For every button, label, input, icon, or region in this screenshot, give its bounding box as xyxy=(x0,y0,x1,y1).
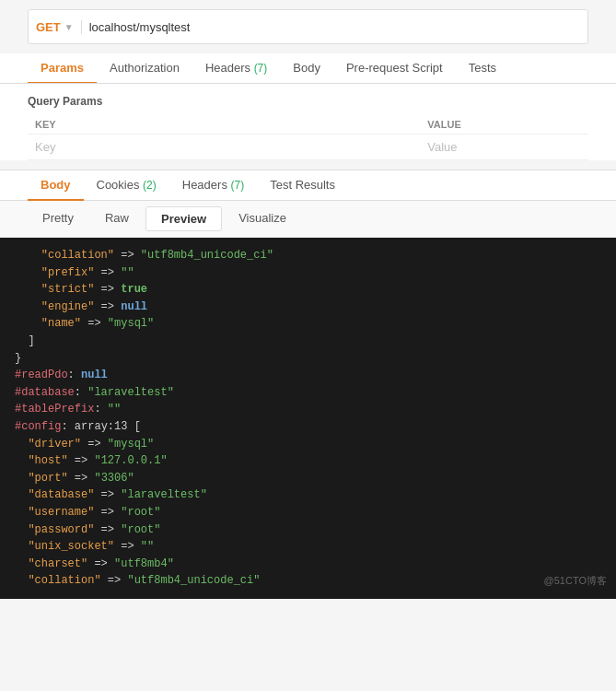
code-line: "host" => "127.0.0.1" xyxy=(15,452,601,470)
query-params-title: Query Params xyxy=(28,95,588,108)
code-line: "engine" => null xyxy=(15,299,601,316)
code-line: #readPdo: null xyxy=(15,367,601,384)
tab-tests[interactable]: Tests xyxy=(456,53,509,84)
code-line: #config: array:13 [ xyxy=(15,418,601,436)
response-tabs: Body Cookies (2) Headers (7) Test Result… xyxy=(0,170,616,201)
response-headers-badge: (7) xyxy=(231,179,245,192)
vtab-raw[interactable]: Raw xyxy=(90,206,144,231)
code-line: "username" => "root" xyxy=(15,504,601,521)
code-line: #tablePrefix: "" xyxy=(15,401,601,418)
tab-authorization[interactable]: Authorization xyxy=(97,53,192,84)
params-table: KEY VALUE Key Value xyxy=(28,115,588,160)
code-line: "name" => "mysql" xyxy=(15,315,601,333)
key-cell[interactable]: Key xyxy=(28,135,420,160)
tab-params[interactable]: Params xyxy=(28,53,97,84)
method-select[interactable]: GET ▼ xyxy=(36,20,82,34)
vtab-preview[interactable]: Preview xyxy=(145,206,222,231)
tab-prerequest[interactable]: Pre-request Script xyxy=(333,53,456,84)
code-line: "port" => "3306" xyxy=(15,470,601,487)
code-line: "collation" => "utf8mb4_unicode_ci" xyxy=(15,572,601,590)
tab-headers[interactable]: Headers (7) xyxy=(192,53,280,84)
key-column-header: KEY xyxy=(28,115,420,135)
request-tabs: Params Authorization Headers (7) Body Pr… xyxy=(0,53,616,84)
vtab-visualize[interactable]: Visualize xyxy=(224,206,301,231)
headers-badge: (7) xyxy=(254,62,268,75)
tab-test-results[interactable]: Test Results xyxy=(257,170,348,201)
code-line: "strict" => true xyxy=(15,281,601,299)
value-cell[interactable]: Value xyxy=(420,135,588,160)
code-line: "driver" => "mysql" xyxy=(15,436,601,453)
chevron-down-icon: ▼ xyxy=(64,22,74,32)
code-line: "collation" => "utf8mb4_unicode_ci" xyxy=(15,247,601,264)
request-bar: GET ▼ xyxy=(28,9,588,44)
code-line: "charset" => "utf8mb4" xyxy=(15,556,601,573)
tab-cookies[interactable]: Cookies (2) xyxy=(84,170,169,201)
watermark: @51CTO博客 xyxy=(544,574,607,588)
code-line: "prefix" => "" xyxy=(15,264,601,282)
view-tabs: Pretty Raw Preview Visualize xyxy=(0,201,616,238)
tab-body[interactable]: Body xyxy=(280,53,333,84)
cookies-badge: (2) xyxy=(143,179,157,192)
value-column-header: VALUE xyxy=(420,115,588,135)
code-line: #database: "laraveltest" xyxy=(15,384,601,402)
query-params-section: Query Params KEY VALUE Key Value xyxy=(0,84,616,160)
code-line: } xyxy=(15,350,601,368)
vtab-pretty[interactable]: Pretty xyxy=(28,206,88,231)
code-output: "collation" => "utf8mb4_unicode_ci" "pre… xyxy=(0,238,616,599)
response-section: Body Cookies (2) Headers (7) Test Result… xyxy=(0,170,616,599)
code-line: "unix_socket" => "" xyxy=(15,538,601,556)
code-line: ] xyxy=(15,333,601,350)
tab-response-body[interactable]: Body xyxy=(28,170,84,201)
method-label: GET xyxy=(36,20,61,34)
code-line: "password" => "root" xyxy=(15,521,601,539)
tab-response-headers[interactable]: Headers (7) xyxy=(169,170,257,201)
url-input[interactable] xyxy=(89,20,580,34)
code-line: "database" => "laraveltest" xyxy=(15,486,601,504)
table-row: Key Value xyxy=(28,135,588,160)
